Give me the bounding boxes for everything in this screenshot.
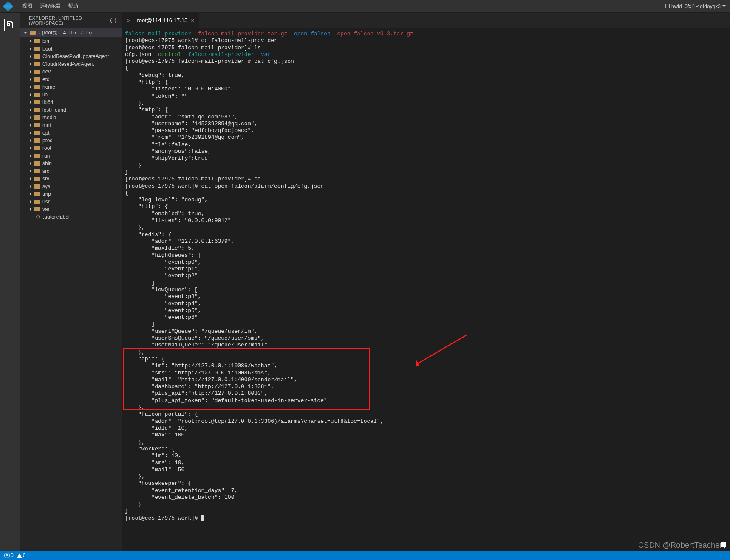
tree-label: boot: [42, 46, 52, 52]
chevron-down-icon: [722, 5, 726, 7]
folder-icon: [34, 138, 40, 143]
refresh-icon[interactable]: [110, 17, 116, 23]
tab-title: root@114.116.17.15: [137, 17, 187, 23]
tree-folder[interactable]: proc: [20, 137, 122, 144]
twisty-icon: [30, 93, 31, 96]
explorer-root[interactable]: / (root@114.116.17.15): [20, 28, 122, 37]
tree-label: proc: [42, 138, 52, 144]
folder-icon: [34, 39, 40, 43]
tree-label: tmp: [42, 191, 51, 197]
terminal-icon: >_: [127, 17, 133, 23]
menu-remote[interactable]: 远程终端: [40, 3, 60, 10]
svg-line-0: [416, 335, 467, 364]
tree-file[interactable]: ⚙.autorelabel: [20, 213, 122, 221]
tree-folder[interactable]: etc: [20, 76, 122, 83]
tree-folder[interactable]: usr: [20, 198, 122, 205]
folder-icon: [30, 31, 36, 35]
tree-folder[interactable]: var: [20, 205, 122, 213]
tree-label: dev: [42, 69, 51, 75]
tree-label: etc: [42, 76, 49, 82]
tree-folder[interactable]: opt: [20, 129, 122, 137]
tree-folder[interactable]: lib64: [20, 98, 122, 106]
twisty-icon: [30, 185, 31, 188]
folder-icon: [34, 115, 40, 120]
status-errors[interactable]: ✕ 0: [4, 552, 14, 558]
gear-icon: ⚙: [36, 214, 40, 220]
folder-icon: [34, 200, 40, 204]
folder-icon: [34, 184, 40, 189]
status-warnings[interactable]: 0: [17, 552, 26, 558]
tree-folder[interactable]: srv: [20, 175, 122, 183]
twisty-icon: [30, 85, 31, 89]
tree-label: bin: [42, 38, 49, 44]
twisty-icon: [30, 146, 31, 150]
status-bar: ✕ 0 0: [0, 551, 730, 560]
menu-help[interactable]: 帮助: [68, 3, 78, 10]
tree-label: srv: [42, 176, 49, 182]
tree-folder[interactable]: bin: [20, 37, 122, 45]
tree-folder[interactable]: CloudrResetPwdAgent: [20, 60, 122, 68]
twisty-icon: [30, 47, 31, 51]
tree-label: sys: [42, 183, 50, 189]
tree-label: .autorelabel: [43, 214, 70, 220]
tree-folder[interactable]: dev: [20, 68, 122, 76]
tree-folder[interactable]: CloudResetPwdUpdateAgent: [20, 53, 122, 60]
tree-folder[interactable]: boot: [20, 45, 122, 53]
tree-folder[interactable]: src: [20, 167, 122, 175]
tree-folder[interactable]: media: [20, 114, 122, 121]
tree-folder[interactable]: sbin: [20, 160, 122, 167]
app-logo-icon: [3, 1, 13, 11]
twisty-icon: [30, 124, 31, 127]
tree-folder[interactable]: lib: [20, 91, 122, 98]
tree-label: home: [42, 84, 55, 90]
tree-folder[interactable]: sys: [20, 183, 122, 190]
tree-folder[interactable]: lost+found: [20, 106, 122, 114]
close-icon[interactable]: ×: [191, 17, 194, 24]
scroll-gutter: [726, 28, 730, 551]
twisty-icon: [30, 200, 31, 203]
folder-icon: [34, 70, 40, 74]
tree-folder[interactable]: home: [20, 83, 122, 91]
tree-label: src: [42, 168, 49, 174]
folder-icon: [34, 85, 40, 89]
folder-icon: [34, 131, 40, 135]
twisty-icon: [30, 162, 31, 165]
tree-label: lib64: [42, 99, 53, 105]
tree-label: run: [42, 153, 50, 159]
folder-icon: [34, 62, 40, 66]
tree-folder[interactable]: root: [20, 144, 122, 152]
tree-folder[interactable]: mnt: [20, 121, 122, 129]
annotation-arrow: [416, 335, 472, 369]
folder-icon: [34, 169, 40, 173]
twisty-icon: [30, 177, 31, 180]
twisty-icon: [30, 192, 31, 196]
folder-icon: [34, 146, 40, 150]
tree-folder[interactable]: tmp: [20, 190, 122, 198]
menu-view[interactable]: 视图: [22, 3, 32, 10]
folder-icon: [34, 161, 40, 166]
tab-terminal[interactable]: >_ root@114.116.17.15 ×: [122, 13, 200, 28]
twisty-icon: [30, 131, 31, 135]
folder-icon: [34, 192, 40, 196]
folder-icon: [34, 207, 40, 211]
twisty-icon: [30, 70, 31, 73]
explorer-panel: EXPLORER: UNTITLED (WORKSPACE) / (root@1…: [20, 13, 122, 551]
folder-icon: [34, 108, 40, 112]
root-label: / (root@114.116.17.15): [39, 30, 92, 36]
warning-count: 0: [23, 552, 26, 558]
twisty-icon: [30, 108, 31, 112]
twisty-icon: [30, 208, 31, 211]
tree-label: CloudrResetPwdAgent: [42, 61, 94, 67]
twisty-icon: [30, 39, 31, 43]
explorer-tree: binbootCloudResetPwdUpdateAgentCloudrRes…: [20, 37, 122, 551]
tree-label: mnt: [42, 122, 51, 128]
tree-label: var: [42, 206, 50, 212]
tree-folder[interactable]: run: [20, 152, 122, 160]
folder-icon: [34, 54, 40, 59]
twisty-icon: [30, 101, 31, 104]
user-greeting[interactable]: Hi hwid_0fxj1-4qIdoyqx3: [665, 3, 726, 9]
explorer-activity-icon[interactable]: [4, 19, 16, 31]
terminal-cursor: [201, 515, 204, 521]
tree-label: sbin: [42, 160, 52, 166]
terminal-output[interactable]: falcon-mail-provider falcon-mail-provide…: [122, 28, 730, 551]
